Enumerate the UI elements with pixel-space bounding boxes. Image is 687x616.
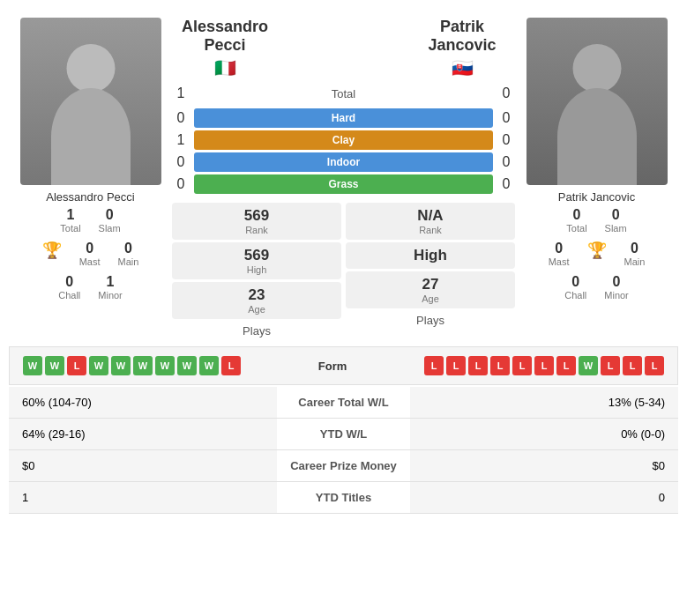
player2-body <box>557 88 637 185</box>
form-badge-p2: L <box>601 356 620 375</box>
stats-right-cell: 13% (5-34) <box>410 387 678 419</box>
player2-card: Patrik Jancovic 0 Total 0 Slam 0 Mast 🏆 <box>519 18 674 338</box>
player2-rank-lbl: Rank <box>355 225 506 235</box>
player2-chall-stat: 0 Chall <box>564 274 586 301</box>
grass-right-score: 0 <box>497 176 515 192</box>
player2-stats-row3: 0 Chall 0 Minor <box>519 271 674 304</box>
player1-name: Alessandro Pecci <box>46 190 134 204</box>
form-badge-p1: L <box>67 356 86 375</box>
player2-main-stat: 0 Main <box>624 241 646 267</box>
player2-total-value: 0 <box>573 207 581 223</box>
stats-row: 64% (29-16) YTD W/L 0% (0-0) <box>9 419 678 450</box>
player2-high-block: High <box>346 242 515 269</box>
form-badge-p2: L <box>645 356 664 375</box>
player2-rank-block: N/A Rank <box>346 203 515 240</box>
stats-center-cell: YTD Titles <box>277 482 411 514</box>
form-badge-p1: L <box>221 356 241 375</box>
stats-center-cell: YTD W/L <box>277 419 411 450</box>
form-badge-p1: W <box>177 356 197 375</box>
main-container: Alessandro Pecci 1 Total 0 Slam 🏆 0 Ma <box>0 0 687 523</box>
player1-high-lbl: High <box>181 264 332 275</box>
form-label: Form <box>318 360 347 373</box>
player1-rank-val: 569 <box>181 207 332 225</box>
clay-row: 1 Clay 0 <box>172 130 515 150</box>
player1-main-stat: 0 Main <box>118 241 139 267</box>
player2-age-block: 27 Age <box>346 271 515 308</box>
stats-table: 60% (104-70) Career Total W/L 13% (5-34)… <box>9 387 678 514</box>
player1-main-value: 0 <box>124 241 132 256</box>
player1-header-name: Alessandro Pecci <box>172 18 278 55</box>
player1-head <box>66 44 115 93</box>
form-badge-p1: W <box>23 356 42 375</box>
player2-trophy-stat: 🏆 <box>587 241 607 267</box>
player2-trophy-icon: 🏆 <box>587 241 607 260</box>
form-badge-p2: L <box>424 356 444 375</box>
player2-header-name: Patrik Jancovic <box>409 18 515 55</box>
form-badge-p1: W <box>155 356 175 375</box>
player1-header: Alessandro Pecci 🇮🇹 <box>172 18 278 78</box>
player2-plays: Plays <box>346 314 515 327</box>
form-row: WWLWWWWWWL Form LLLLLLLWLLL <box>23 356 664 375</box>
player1-silhouette <box>20 18 161 185</box>
player1-minor-stat: 1 Minor <box>98 274 123 301</box>
player2-total-label: Total <box>566 223 586 234</box>
player2-slam-value: 0 <box>612 207 620 223</box>
player2-rank-val: N/A <box>355 207 506 225</box>
stats-left-cell: 1 <box>9 482 277 514</box>
player2-slam-stat: 0 Slam <box>605 207 627 234</box>
player1-total-stat: 1 Total <box>60 207 80 234</box>
player1-rank-lbl: Rank <box>181 225 332 235</box>
stats-right-cell: $0 <box>410 450 678 482</box>
rank-row: 569 Rank 569 High 23 Age Plays N/A <box>172 201 515 338</box>
player1-chall-stat: 0 Chall <box>58 274 80 301</box>
form-badge-p1: W <box>199 356 219 375</box>
clay-left-score: 1 <box>172 132 190 148</box>
player2-main-value: 0 <box>631 241 638 256</box>
clay-right-score: 0 <box>497 132 515 148</box>
player2-high-val: High <box>355 247 506 264</box>
player1-mast-value: 0 <box>86 241 93 256</box>
form-badge-p2: L <box>512 356 532 375</box>
player1-body <box>51 88 131 185</box>
player2-main-label: Main <box>624 256 646 267</box>
player-info-row: Alessandro Pecci 🇮🇹 Patrik Jancovic 🇸🇰 <box>172 18 515 78</box>
player2-stats-row2: 0 Mast 🏆 0 Main <box>519 237 674 271</box>
player1-slam-stat: 0 Slam <box>99 207 121 234</box>
player1-trophy-icon: 🏆 <box>42 241 62 260</box>
player2-header: Patrik Jancovic 🇸🇰 <box>409 18 515 78</box>
form-badge-p1: W <box>111 356 131 375</box>
player1-total-value: 1 <box>67 207 75 223</box>
player1-card: Alessandro Pecci 1 Total 0 Slam 🏆 0 Ma <box>13 18 168 338</box>
player1-flag: 🇮🇹 <box>172 57 278 78</box>
player1-high-val: 569 <box>181 247 332 264</box>
player1-mast-label: Mast <box>79 256 101 267</box>
player1-chall-value: 0 <box>65 274 73 290</box>
player2-chall-value: 0 <box>571 274 579 290</box>
hard-right-score: 0 <box>497 110 515 126</box>
grass-row: 0 Grass 0 <box>172 174 515 194</box>
player1-slam-label: Slam <box>99 223 121 234</box>
players-comparison: Alessandro Pecci 1 Total 0 Slam 🏆 0 Ma <box>9 9 678 346</box>
stats-row: 60% (104-70) Career Total W/L 13% (5-34) <box>9 387 678 419</box>
indoor-right-score: 0 <box>497 154 515 170</box>
stats-left-cell: $0 <box>9 450 277 482</box>
indoor-left-score: 0 <box>172 154 190 170</box>
player2-head <box>572 44 621 93</box>
player1-chall-label: Chall <box>58 290 80 301</box>
form-badge-p2: L <box>490 356 510 375</box>
form-badge-p2: L <box>446 356 466 375</box>
stats-left-cell: 60% (104-70) <box>9 387 277 419</box>
player2-mast-label: Mast <box>549 256 570 267</box>
player2-mast-value: 0 <box>555 241 563 256</box>
center-content: Alessandro Pecci 🇮🇹 Patrik Jancovic 🇸🇰 1… <box>172 18 515 338</box>
player2-age-val: 27 <box>355 276 506 293</box>
hard-row: 0 Hard 0 <box>172 108 515 128</box>
player1-main-label: Main <box>118 256 139 267</box>
form-badge-p2: L <box>468 356 488 375</box>
player1-rank-block: 569 Rank <box>172 203 341 240</box>
form-badge-p1: W <box>89 356 108 375</box>
player1-mast-stat: 🏆 <box>42 241 62 267</box>
player1-plays: Plays <box>172 324 341 338</box>
stats-right-cell: 0 <box>410 482 678 514</box>
player2-stats-row1: 0 Total 0 Slam <box>519 204 674 237</box>
